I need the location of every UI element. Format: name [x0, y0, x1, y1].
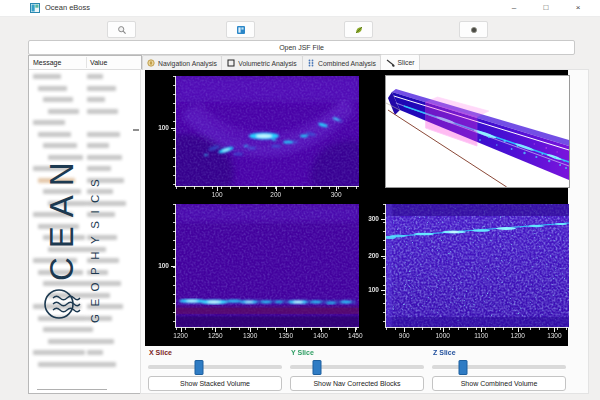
- blurred-log-row: [29, 94, 133, 106]
- x-slice-slider-thumb[interactable]: [194, 360, 203, 375]
- x-slice-slider[interactable]: [148, 365, 282, 370]
- z-slice-label: Z Slice: [433, 349, 456, 356]
- tab-volumetric-analysis[interactable]: Volumetric Analysis: [221, 55, 303, 70]
- blurred-log-row: [29, 301, 133, 313]
- sonar-cone-image: [176, 76, 359, 186]
- z-slice-slider[interactable]: [432, 365, 566, 370]
- message-panel: Message Value CEAN GEOPHYSICS: [28, 55, 142, 394]
- plot-bottom-left[interactable]: 120012501300135014001450100: [175, 204, 359, 328]
- blurred-log-row: [29, 313, 133, 325]
- x-tick-label: 1250: [208, 332, 222, 339]
- y-slice-control: Y Slice Show Nav Corrected Blocks: [290, 348, 424, 392]
- blurred-log-row: [29, 244, 133, 256]
- slice-image-bl: [176, 204, 359, 327]
- y-axis-minor-ticks: [383, 204, 386, 327]
- toolbar-button-layers[interactable]: [344, 21, 373, 38]
- blurred-log-row: [29, 71, 133, 83]
- x-axis-minor-ticks: [386, 327, 569, 330]
- leaf-icon: [354, 25, 364, 35]
- x-tick-label: 1000: [435, 332, 449, 339]
- blurred-log-row: [29, 336, 133, 348]
- message-rows: [29, 71, 133, 370]
- knife-icon: [386, 59, 395, 67]
- tab-label: Slicer: [398, 59, 415, 66]
- plot-top-left[interactable]: 100200300100: [175, 76, 359, 187]
- tab-navigation-analysis[interactable]: Navigation Analysis: [142, 55, 222, 70]
- y-tick-mark: [171, 128, 176, 129]
- minimize-button[interactable]: –: [501, 0, 527, 15]
- blurred-log-row: [29, 186, 133, 198]
- x-tick-label: 1200: [511, 332, 525, 339]
- blurred-log-row: [29, 163, 133, 175]
- cube-outline-icon: [227, 59, 235, 67]
- blurred-log-row: [29, 106, 133, 118]
- tab-combined-analysis[interactable]: Combined Analysis: [302, 55, 381, 70]
- blurred-log-row: [29, 255, 133, 267]
- y-axis-minor-ticks: [173, 76, 176, 186]
- panel-hscrollbar-thumb[interactable]: [37, 389, 107, 390]
- x-axis-minor-ticks: [176, 327, 359, 330]
- toolbar-button-panel[interactable]: [226, 21, 255, 38]
- y-slice-slider-thumb[interactable]: [312, 360, 321, 375]
- maximize-button[interactable]: □: [533, 0, 559, 15]
- blurred-log-row: [29, 267, 133, 279]
- blurred-log-row: [29, 209, 133, 221]
- plot-bottom-right[interactable]: 9001000110012001300300200100: [385, 204, 569, 328]
- show-stacked-volume-button[interactable]: Show Stacked Volume: [148, 376, 282, 391]
- blurred-log-row: [29, 152, 133, 164]
- toolbar-button-record[interactable]: [459, 21, 488, 38]
- plot-top-right-3d[interactable]: [385, 75, 570, 188]
- x-slice-label: X Slice: [149, 349, 172, 356]
- blurred-log-row: [29, 221, 133, 233]
- blurred-log-row: [29, 140, 133, 152]
- tab-label: Navigation Analysis: [158, 60, 217, 67]
- blurred-log-row: [29, 278, 133, 290]
- y-slice-label: Y Slice: [291, 349, 314, 356]
- tab-label: Combined Analysis: [318, 60, 376, 67]
- y-tick-label: 200: [368, 252, 379, 259]
- y-tick-label: 100: [158, 262, 169, 269]
- y-tick-label: 100: [368, 286, 379, 293]
- ocean-eboss-window: { "window": { "title": "Ocean eBoss", "m…: [0, 0, 600, 400]
- slice-image-br: [386, 204, 569, 327]
- panel-scrollbar-thumb[interactable]: [133, 129, 139, 131]
- column-header-message[interactable]: Message: [33, 56, 61, 69]
- slicer-plot-area: 100200300100: [145, 70, 568, 346]
- compass-icon: [147, 59, 155, 67]
- z-slice-slider-thumb[interactable]: [458, 360, 467, 375]
- x-tick-label: 100: [212, 191, 223, 198]
- tab-label: Volumetric Analysis: [238, 60, 297, 67]
- x-slice-control: X Slice Show Stacked Volume: [148, 348, 282, 392]
- x-tick-label: 200: [270, 191, 281, 198]
- blurred-log-row: [29, 290, 133, 302]
- app-icon: [30, 3, 40, 13]
- tab-slicer[interactable]: Slicer: [380, 54, 420, 70]
- x-tick-label: 1450: [348, 332, 362, 339]
- close-button[interactable]: ×: [565, 0, 591, 15]
- open-jsf-file-button[interactable]: Open JSF File: [28, 40, 575, 55]
- y-tick-label: 100: [158, 124, 169, 131]
- y-tick-label: 300: [368, 215, 379, 222]
- blurred-log-row: [29, 117, 133, 129]
- blue-panel-icon: [236, 25, 246, 35]
- blurred-log-row: [29, 232, 133, 244]
- x-tick-label: 1400: [313, 332, 327, 339]
- x-tick-label: 1100: [474, 332, 488, 339]
- column-divider[interactable]: [86, 57, 87, 68]
- x-tick-label: 900: [399, 332, 410, 339]
- message-table-header: Message Value: [29, 56, 141, 70]
- blurred-log-row: [29, 198, 133, 210]
- dark-dot-icon: [469, 25, 479, 35]
- x-tick-label: 1300: [547, 332, 561, 339]
- blurred-log-row: [29, 359, 133, 371]
- grid-icon: [307, 59, 315, 67]
- show-nav-corrected-blocks-button[interactable]: Show Nav Corrected Blocks: [290, 376, 424, 391]
- y-slice-slider[interactable]: [290, 365, 424, 370]
- x-tick-label: 1200: [173, 332, 187, 339]
- toolbar-button-search[interactable]: [107, 21, 136, 38]
- show-combined-volume-button[interactable]: Show Combined Volume: [432, 376, 566, 391]
- window-title: Ocean eBoss: [45, 0, 90, 16]
- z-slice-control: Z Slice Show Combined Volume: [432, 348, 566, 392]
- y-tick-mark: [381, 219, 386, 220]
- column-header-value[interactable]: Value: [90, 56, 107, 69]
